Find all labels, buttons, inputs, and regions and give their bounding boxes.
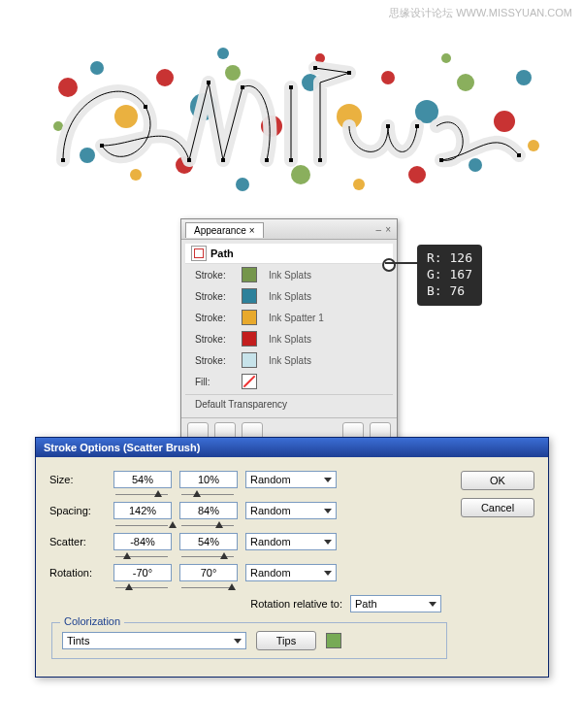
svg-rect-32 [221,158,225,162]
stroke-color-swatch[interactable] [242,331,257,347]
stroke-row[interactable]: Stroke:Ink Splats [181,264,397,285]
value-input-group [179,564,236,581]
svg-rect-41 [415,124,419,128]
close-icon[interactable]: × [385,224,391,235]
colorization-fieldset: Colorization Tints Tips [51,622,447,659]
stroke-color-swatch[interactable] [242,352,257,368]
slider-thumb[interactable] [220,552,228,559]
tips-button[interactable]: Tips [256,631,316,650]
svg-point-25 [217,48,229,59]
fill-label: Fill: [195,377,236,387]
svg-rect-40 [386,124,390,128]
slider-track[interactable] [181,555,234,559]
watermark-text: 思缘设计论坛 WWW.MISSYUAN.COM [389,6,572,20]
stroke-row[interactable]: Stroke:Ink Splats [181,349,397,371]
stroke-label: Stroke: [195,270,236,281]
path-item[interactable]: Path [185,244,393,264]
svg-point-15 [130,169,142,181]
slider-track[interactable] [181,493,234,497]
slider-track[interactable] [115,524,168,528]
stroke-row[interactable]: Stroke:Ink Spatter 1 [181,307,397,328]
stroke-color-swatch[interactable] [242,267,257,282]
svg-point-21 [469,158,482,172]
value-input-group [113,471,170,488]
appearance-panel: Appearance × – × Path Stroke:Ink SplatsS… [180,218,398,445]
panel-titlebar[interactable]: Appearance × – × [181,219,397,240]
row-label: Size: [49,474,104,485]
dialog-title: Stroke Options (Scatter Brush) [36,438,548,457]
variation-dropdown[interactable]: Random [245,533,337,550]
svg-point-18 [291,165,310,184]
slider-thumb[interactable] [169,521,177,528]
value-input[interactable] [179,564,238,581]
stroke-label: Stroke: [195,291,236,302]
stroke-color-swatch[interactable] [242,288,257,304]
option-row: Spacing:Random [49,502,449,519]
colorization-dropdown[interactable]: Tints [62,632,246,649]
stroke-label: Stroke: [195,313,236,323]
svg-point-1 [90,61,104,75]
slider-thumb[interactable] [215,521,223,528]
slider-thumb[interactable] [123,552,131,559]
value-input-group [179,533,236,550]
slider-thumb[interactable] [193,490,201,497]
ok-button[interactable]: OK [461,471,534,490]
artwork-preview [29,29,553,214]
value-input[interactable] [113,533,172,550]
variation-dropdown[interactable]: Random [245,502,337,519]
rotation-relative-label: Rotation relative to: [250,598,342,610]
rotation-relative-dropdown[interactable]: Path [350,595,441,612]
minimize-icon[interactable]: – [376,224,382,235]
fill-row[interactable]: Fill: [181,371,397,392]
option-row: Size:Random [49,471,449,488]
value-input[interactable] [113,564,172,581]
path-label: Path [210,248,234,259]
stroke-options-dialog: Stroke Options (Scatter Brush) Size:Rand… [35,437,549,678]
stroke-row[interactable]: Stroke:Ink Splats [181,328,397,349]
option-row: Scatter:Random [49,533,449,550]
svg-rect-37 [313,66,317,70]
svg-point-3 [156,69,174,86]
slider-track[interactable] [115,555,168,559]
slider-thumb[interactable] [228,583,236,590]
chevron-down-icon [324,509,332,513]
value-input[interactable] [179,471,238,488]
svg-point-12 [494,111,515,132]
stroke-label: Stroke: [195,334,236,345]
appearance-tab[interactable]: Appearance × [185,222,264,238]
slider-thumb[interactable] [125,583,133,590]
svg-point-19 [353,179,365,190]
chevron-down-icon [324,571,332,576]
default-transparency[interactable]: Default Transparency [185,394,393,414]
svg-point-0 [58,78,78,97]
slider-track[interactable] [115,493,168,497]
brush-name: Ink Spatter 1 [269,313,324,323]
slider-track[interactable] [181,524,234,528]
slider-track[interactable] [115,586,168,590]
svg-point-9 [381,71,395,84]
slider-track[interactable] [181,586,234,590]
cancel-button[interactable]: Cancel [461,498,534,517]
value-input-group [113,533,170,550]
stroke-row[interactable]: Stroke:Ink Splats [181,285,397,307]
brush-name: Ink Splats [269,291,311,302]
rgb-r: R: 126 [427,250,472,267]
value-input[interactable] [113,471,172,488]
key-color-swatch[interactable] [326,633,341,648]
svg-rect-36 [289,158,293,162]
stroke-label: Stroke: [195,355,236,366]
chevron-down-icon [429,602,436,607]
svg-point-2 [114,105,138,128]
value-input[interactable] [113,502,172,519]
fill-none-swatch[interactable] [242,374,257,389]
variation-dropdown[interactable]: Random [245,564,337,581]
row-label: Scatter: [49,536,104,547]
colorization-legend: Colorization [60,615,124,627]
stroke-color-swatch[interactable] [242,310,257,325]
value-input[interactable] [179,502,238,519]
variation-dropdown[interactable]: Random [245,471,337,488]
value-input[interactable] [179,533,238,550]
slider-thumb[interactable] [154,490,162,497]
svg-rect-42 [439,158,443,162]
svg-rect-28 [144,105,147,109]
